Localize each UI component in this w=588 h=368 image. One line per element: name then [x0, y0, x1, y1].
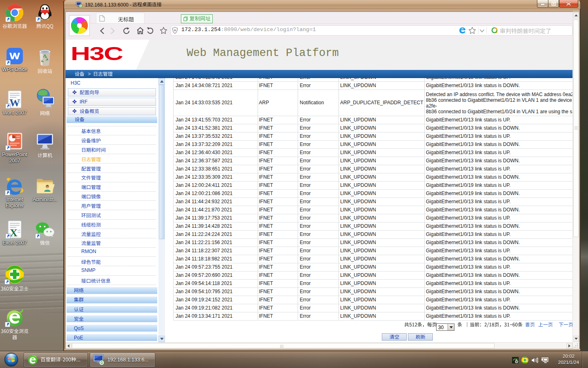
svg-text:W: W — [9, 97, 20, 109]
svg-text:X: X — [10, 227, 18, 239]
